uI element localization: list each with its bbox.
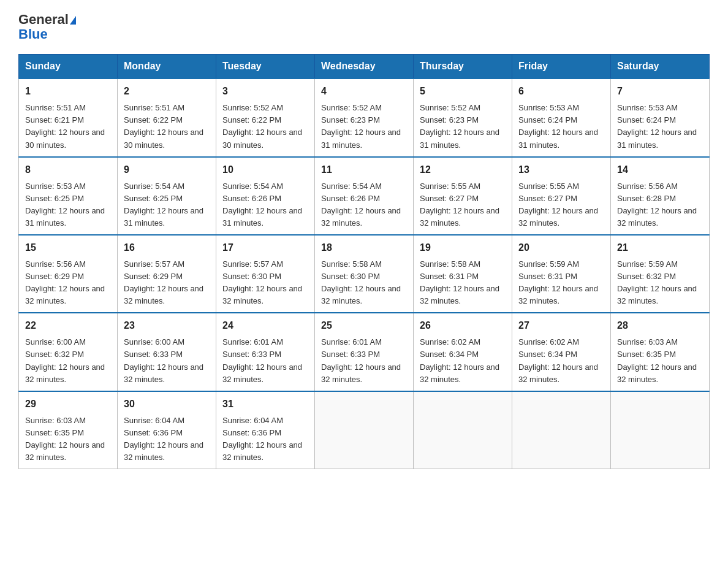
daylight-info: Daylight: 12 hours and 32 minutes. <box>124 284 203 305</box>
sunrise-info: Sunrise: 5:59 AM <box>617 259 678 269</box>
daylight-info: Daylight: 12 hours and 32 minutes. <box>222 284 302 305</box>
sunrise-info: Sunrise: 5:54 AM <box>321 182 382 191</box>
sunrise-info: Sunrise: 5:51 AM <box>25 103 86 112</box>
calendar-cell: 30Sunrise: 6:04 AMSunset: 6:36 PMDayligh… <box>118 391 216 469</box>
column-header-tuesday: Tuesday <box>216 55 315 79</box>
sunset-info: Sunset: 6:36 PM <box>124 428 183 437</box>
sunset-info: Sunset: 6:33 PM <box>222 350 281 359</box>
daylight-info: Daylight: 12 hours and 31 minutes. <box>617 128 697 149</box>
sunset-info: Sunset: 6:22 PM <box>222 115 281 124</box>
sunset-info: Sunset: 6:31 PM <box>420 272 479 281</box>
daylight-info: Daylight: 12 hours and 30 minutes. <box>222 128 302 149</box>
day-number: 14 <box>617 163 703 178</box>
sunrise-info: Sunrise: 6:04 AM <box>222 416 283 425</box>
sunset-info: Sunset: 6:22 PM <box>124 115 183 124</box>
day-number: 5 <box>420 84 506 99</box>
daylight-info: Daylight: 12 hours and 32 minutes. <box>617 284 697 305</box>
calendar-cell: 19Sunrise: 5:58 AMSunset: 6:31 PMDayligh… <box>414 235 512 313</box>
daylight-info: Daylight: 12 hours and 32 minutes. <box>25 362 105 384</box>
daylight-info: Daylight: 12 hours and 32 minutes. <box>518 362 598 384</box>
calendar-cell: 20Sunrise: 5:59 AMSunset: 6:31 PMDayligh… <box>512 235 611 313</box>
day-number: 22 <box>25 318 111 334</box>
sunrise-info: Sunrise: 5:58 AM <box>321 259 382 269</box>
logo-triangle-icon <box>70 16 76 25</box>
sunset-info: Sunset: 6:23 PM <box>321 115 380 124</box>
sunrise-info: Sunrise: 5:53 AM <box>25 182 86 191</box>
calendar-week-row: 29Sunrise: 6:03 AMSunset: 6:35 PMDayligh… <box>19 391 710 469</box>
day-number: 29 <box>25 397 111 412</box>
daylight-info: Daylight: 12 hours and 31 minutes. <box>222 206 302 228</box>
day-number: 25 <box>321 318 407 334</box>
day-number: 24 <box>222 318 308 334</box>
day-number: 2 <box>124 84 210 99</box>
daylight-info: Daylight: 12 hours and 32 minutes. <box>25 284 105 305</box>
sunset-info: Sunset: 6:35 PM <box>25 428 84 437</box>
day-number: 20 <box>518 240 604 256</box>
calendar-cell: 4Sunrise: 5:52 AMSunset: 6:23 PMDaylight… <box>315 79 414 156</box>
day-number: 12 <box>420 163 506 178</box>
sunrise-info: Sunrise: 6:01 AM <box>321 337 382 347</box>
sunset-info: Sunset: 6:21 PM <box>25 115 84 124</box>
sunset-info: Sunset: 6:28 PM <box>617 194 676 203</box>
sunrise-info: Sunrise: 5:52 AM <box>321 103 382 112</box>
sunrise-info: Sunrise: 5:51 AM <box>124 103 184 112</box>
logo: General Blue <box>18 12 76 42</box>
sunrise-info: Sunrise: 5:54 AM <box>124 182 184 191</box>
calendar-cell: 10Sunrise: 5:54 AMSunset: 6:26 PMDayligh… <box>216 157 315 235</box>
calendar-cell: 7Sunrise: 5:53 AMSunset: 6:24 PMDaylight… <box>611 79 710 156</box>
day-number: 7 <box>617 84 703 99</box>
day-number: 30 <box>124 397 210 412</box>
calendar-cell: 15Sunrise: 5:56 AMSunset: 6:29 PMDayligh… <box>19 235 118 313</box>
daylight-info: Daylight: 12 hours and 32 minutes. <box>617 362 697 384</box>
calendar-cell: 13Sunrise: 5:55 AMSunset: 6:27 PMDayligh… <box>512 157 611 235</box>
sunset-info: Sunset: 6:27 PM <box>420 194 479 203</box>
daylight-info: Daylight: 12 hours and 31 minutes. <box>124 206 203 228</box>
sunset-info: Sunset: 6:24 PM <box>617 115 676 124</box>
column-header-thursday: Thursday <box>414 55 512 79</box>
daylight-info: Daylight: 12 hours and 32 minutes. <box>124 440 203 462</box>
day-number: 18 <box>321 240 407 256</box>
daylight-info: Daylight: 12 hours and 30 minutes. <box>124 128 203 149</box>
sunrise-info: Sunrise: 6:01 AM <box>222 337 283 347</box>
calendar-cell: 28Sunrise: 6:03 AMSunset: 6:35 PMDayligh… <box>611 313 710 391</box>
calendar-cell: 23Sunrise: 6:00 AMSunset: 6:33 PMDayligh… <box>118 313 216 391</box>
sunrise-info: Sunrise: 6:04 AM <box>124 416 184 425</box>
daylight-info: Daylight: 12 hours and 32 minutes. <box>420 362 499 384</box>
column-header-sunday: Sunday <box>19 55 118 79</box>
calendar-cell: 5Sunrise: 5:52 AMSunset: 6:23 PMDaylight… <box>414 79 512 156</box>
sunset-info: Sunset: 6:33 PM <box>124 350 183 359</box>
daylight-info: Daylight: 12 hours and 32 minutes. <box>321 206 401 228</box>
logo-general: General <box>18 12 76 27</box>
sunset-info: Sunset: 6:31 PM <box>518 272 577 281</box>
calendar-cell: 11Sunrise: 5:54 AMSunset: 6:26 PMDayligh… <box>315 157 414 235</box>
sunrise-info: Sunrise: 6:03 AM <box>617 337 678 347</box>
day-number: 4 <box>321 84 407 99</box>
day-number: 21 <box>617 240 703 256</box>
calendar-cell: 27Sunrise: 6:02 AMSunset: 6:34 PMDayligh… <box>512 313 611 391</box>
day-number: 19 <box>420 240 506 256</box>
sunrise-info: Sunrise: 5:55 AM <box>420 182 480 191</box>
calendar-cell: 26Sunrise: 6:02 AMSunset: 6:34 PMDayligh… <box>414 313 512 391</box>
day-number: 1 <box>25 84 111 99</box>
daylight-info: Daylight: 12 hours and 31 minutes. <box>321 128 401 149</box>
calendar-cell: 22Sunrise: 6:00 AMSunset: 6:32 PMDayligh… <box>19 313 118 391</box>
daylight-info: Daylight: 12 hours and 31 minutes. <box>420 128 499 149</box>
calendar-cell <box>315 391 414 469</box>
sunset-info: Sunset: 6:23 PM <box>420 115 479 124</box>
calendar-cell: 16Sunrise: 5:57 AMSunset: 6:29 PMDayligh… <box>118 235 216 313</box>
daylight-info: Daylight: 12 hours and 32 minutes. <box>321 362 401 384</box>
daylight-info: Daylight: 12 hours and 31 minutes. <box>25 206 105 228</box>
sunrise-info: Sunrise: 5:53 AM <box>518 103 579 112</box>
daylight-info: Daylight: 12 hours and 31 minutes. <box>518 128 598 149</box>
sunrise-info: Sunrise: 5:54 AM <box>222 182 283 191</box>
day-number: 8 <box>25 163 111 178</box>
page-header: General Blue <box>18 12 710 42</box>
daylight-info: Daylight: 12 hours and 32 minutes. <box>518 206 598 228</box>
calendar-cell <box>611 391 710 469</box>
sunset-info: Sunset: 6:26 PM <box>321 194 380 203</box>
calendar-header-row: SundayMondayTuesdayWednesdayThursdayFrid… <box>19 55 710 79</box>
calendar-cell: 17Sunrise: 5:57 AMSunset: 6:30 PMDayligh… <box>216 235 315 313</box>
sunset-info: Sunset: 6:34 PM <box>518 350 577 359</box>
calendar-week-row: 15Sunrise: 5:56 AMSunset: 6:29 PMDayligh… <box>19 235 710 313</box>
daylight-info: Daylight: 12 hours and 30 minutes. <box>25 128 105 149</box>
